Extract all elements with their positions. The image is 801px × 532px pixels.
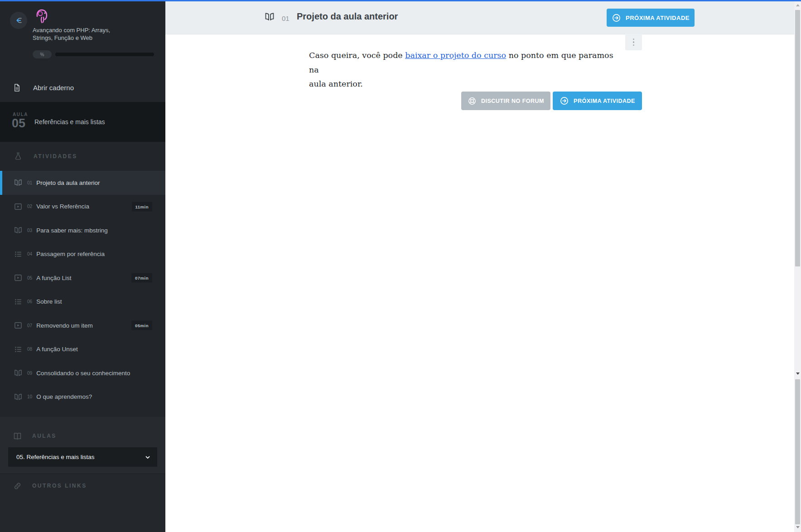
circle-arrow-right-icon: [612, 13, 621, 23]
activity-number: 06: [27, 299, 32, 304]
collapse-sidebar-button[interactable]: [10, 12, 27, 29]
scrollbar-down-arrow-icon[interactable]: [796, 372, 800, 375]
book-open-icon: [264, 11, 275, 22]
php-elephant-icon: [32, 6, 52, 26]
activity-label: O que aprendemos?: [36, 393, 92, 400]
activity-label: Sobre list: [36, 298, 62, 305]
activity-label: Valor vs Referência: [36, 203, 89, 210]
activity-number: 04: [27, 251, 32, 256]
course-title: Avançando com PHP: Arrays, Strings, Funç…: [33, 26, 110, 42]
discuss-forum-button[interactable]: DISCUTIR NO FORUM: [461, 92, 550, 110]
next-activity-label: PRÓXIMA ATIVIDADE: [574, 98, 635, 104]
circle-arrow-right-icon: [560, 96, 569, 106]
course-title-line1: Avançando com PHP: Arrays,: [33, 26, 110, 34]
lesson-title: Referências e mais listas: [34, 118, 105, 126]
activity-label: Para saber mais: mbstring: [36, 227, 108, 234]
activity-item-01[interactable]: 01 Projeto da aula anterior: [0, 171, 165, 195]
activity-number: 07: [27, 323, 32, 328]
activity-number: 08: [27, 347, 32, 352]
progress-bar: [55, 53, 154, 56]
activity-item-04[interactable]: 04 Passagem por referência: [0, 242, 165, 266]
activity-item-05[interactable]: 05 A função List 07min: [0, 266, 165, 290]
next-activity-label: PRÓXIMA ATIVIDADE: [626, 15, 690, 21]
discuss-forum-label: DISCUTIR NO FORUM: [481, 98, 544, 104]
page-title: Projeto da aula anterior: [297, 11, 398, 22]
scrollbar-down-arrow-icon[interactable]: [796, 526, 800, 528]
video-icon: [14, 321, 23, 330]
scrollbar-thumb[interactable]: [795, 379, 800, 524]
activity-item-10[interactable]: 10 O que aprendemos?: [0, 385, 165, 409]
activity-number: 10: [27, 394, 32, 399]
life-buoy-icon: [468, 97, 477, 106]
activity-header-number: 01: [282, 15, 290, 22]
paragraph-text: Caso queira, você pode: [309, 51, 405, 60]
course-title-line2: Strings, Função e Web: [33, 34, 110, 42]
course-sidebar: Avançando com PHP: Arrays, Strings, Funç…: [0, 0, 165, 532]
activity-item-07[interactable]: 07 Removendo um item 05min: [0, 314, 165, 338]
activity-label: Passagem por referência: [36, 251, 105, 257]
book-open-icon: [14, 368, 23, 377]
notebook-file-icon: [13, 83, 21, 92]
activity-header: 01 Projeto da aula anterior PRÓXIMA ATIV…: [165, 1, 801, 34]
open-notebook-label: Abrir caderno: [33, 84, 74, 92]
video-icon: [14, 202, 23, 211]
activity-number: 02: [27, 204, 32, 209]
activity-number: 03: [27, 228, 32, 233]
activity-number: 01: [27, 180, 32, 185]
next-activity-button-bottom[interactable]: PRÓXIMA ATIVIDADE: [553, 92, 642, 110]
activity-item-03[interactable]: 03 Para saber mais: mbstring: [0, 218, 165, 242]
activity-item-06[interactable]: 06 Sobre list: [0, 290, 165, 314]
activity-number: 09: [27, 371, 32, 376]
other-links-header-label: OUTROS LINKS: [32, 483, 87, 489]
activity-label: A função Unset: [36, 346, 78, 353]
kebab-dot: [633, 39, 635, 40]
links-icon: [13, 481, 22, 491]
activity-item-02[interactable]: 02 Valor vs Referência 11min: [0, 195, 165, 219]
current-lesson-banner: AULA 05 Referências e mais listas: [0, 102, 165, 142]
activities-list: 01 Projeto da aula anterior 02 Valor vs …: [0, 171, 165, 409]
duration-badge: 11min: [132, 202, 152, 211]
other-links-section: OUTROS LINKS Fórum: [0, 474, 165, 532]
aulas-section-header: AULAS: [0, 427, 57, 445]
page-scrollbar[interactable]: [794, 1, 801, 532]
list-icon: [14, 345, 23, 354]
scrollbar-up-arrow-icon[interactable]: [796, 4, 800, 6]
duration-badge: 05min: [131, 321, 152, 330]
flask-icon: [14, 152, 23, 161]
book-open-icon: [14, 226, 23, 235]
top-progress-line: [0, 0, 801, 1]
course-page: Avançando com PHP: Arrays, Strings, Funç…: [0, 0, 801, 532]
more-options-button[interactable]: [625, 34, 642, 50]
book-open-icon: [14, 392, 23, 401]
progress-percent-pill: %: [33, 50, 52, 58]
book-open-icon: [14, 178, 23, 187]
chevron-down-icon: [145, 454, 151, 460]
activity-item-09[interactable]: 09 Consolidando o seu conhecimento: [0, 361, 165, 385]
aulas-header-label: AULAS: [32, 433, 57, 439]
download-project-link[interactable]: baixar o projeto do curso: [405, 51, 506, 60]
kebab-dot: [633, 41, 635, 43]
other-links-header: OUTROS LINKS: [0, 478, 87, 494]
list-icon: [14, 250, 23, 259]
lesson-paragraph: Caso queira, você pode baixar o projeto …: [309, 48, 613, 92]
list-icon: [14, 297, 23, 306]
next-activity-button-top[interactable]: PRÓXIMA ATIVIDADE: [607, 9, 695, 27]
activity-label: Removendo um item: [36, 322, 93, 329]
activity-number: 05: [27, 276, 32, 281]
activity-item-08[interactable]: 08 A função Unset: [0, 338, 165, 362]
kebab-dot: [633, 44, 635, 46]
open-notebook-link[interactable]: Abrir caderno: [0, 78, 165, 97]
lesson-select-dropdown[interactable]: 05. Referências e mais listas: [8, 447, 157, 467]
book-icon: [13, 431, 22, 441]
activities-header-label: ATIVIDADES: [34, 153, 77, 160]
paragraph-line2: aula anterior.: [309, 77, 613, 92]
lesson-number: 05: [12, 116, 25, 131]
video-icon: [14, 273, 23, 282]
aulas-section: AULAS 05. Referências e mais listas: [0, 417, 165, 474]
activity-label: Projeto da aula anterior: [36, 179, 100, 186]
activity-label: Consolidando o seu conhecimento: [36, 370, 130, 377]
activity-label: A função List: [36, 275, 71, 281]
duration-badge: 07min: [131, 273, 152, 283]
scrollbar-thumb[interactable]: [795, 10, 800, 266]
collapse-sidebar-icon: [14, 15, 24, 25]
